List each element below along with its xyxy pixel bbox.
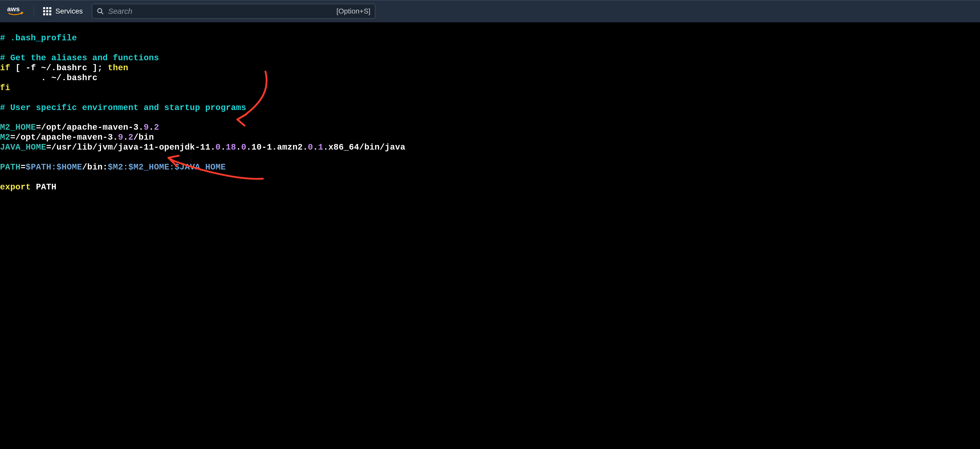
grid-icon — [43, 7, 51, 15]
svg-text:aws: aws — [7, 6, 20, 13]
code-comment: # User specific environment and startup … — [0, 103, 246, 113]
editor-content: # .bash_profile # Get the aliases and fu… — [0, 22, 980, 193]
code-line: . ~/.bashrc — [0, 73, 97, 83]
search-box[interactable]: [Option+S] — [92, 4, 375, 19]
search-icon — [97, 8, 104, 15]
aws-logo[interactable]: aws — [5, 6, 27, 17]
code-comment: # Get the aliases and functions — [0, 53, 159, 63]
aws-logo-icon: aws — [7, 6, 25, 17]
code-var: PATH — [0, 162, 21, 172]
code-var: M2 — [0, 133, 10, 142]
aws-top-nav: aws Services [Option+S] — [0, 0, 980, 22]
code-var: JAVA_HOME — [0, 143, 46, 152]
code-var: M2_HOME — [0, 123, 36, 132]
search-input[interactable] — [108, 7, 332, 16]
search-shortcut-hint: [Option+S] — [336, 7, 370, 15]
services-menu-button[interactable]: Services — [40, 7, 86, 15]
code-keyword: if — [0, 63, 10, 73]
code-keyword: fi — [0, 83, 10, 93]
code-keyword: export — [0, 183, 31, 192]
services-label: Services — [56, 7, 83, 15]
code-comment: # .bash_profile — [0, 33, 77, 43]
svg-line-2 — [101, 12, 103, 14]
code-keyword: then — [108, 63, 128, 73]
